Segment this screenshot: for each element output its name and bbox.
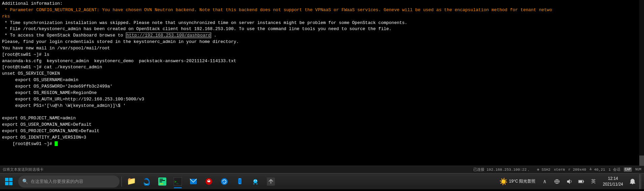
weather-icon: ☀️ bbox=[499, 177, 508, 186]
svg-point-21 bbox=[256, 180, 256, 181]
taskbar-mail[interactable] bbox=[186, 174, 201, 189]
tray-ime[interactable]: 英 bbox=[588, 174, 599, 189]
svg-rect-8 bbox=[160, 184, 163, 184]
taskbar: 🔍 📁 >_ bbox=[0, 173, 644, 189]
send-text-label: 仅将文本发送到前选项卡 bbox=[3, 168, 44, 172]
connection-status: 已连接 192.168.253.100:22， bbox=[473, 167, 530, 172]
search-icon: 🔍 bbox=[22, 178, 28, 184]
taskbar-securecrt[interactable]: >_ bbox=[170, 174, 185, 189]
dimensions-label: r 209x40 bbox=[568, 168, 586, 172]
taskbar-arrow-app[interactable] bbox=[263, 174, 278, 189]
term-line: export OS_PROJECT_NAME=admin bbox=[2, 115, 642, 122]
scrollbar-thumb[interactable] bbox=[639, 156, 644, 166]
term-line: export OS_USERNAME=admin bbox=[2, 77, 642, 83]
redhat-icon bbox=[205, 177, 213, 186]
terminal-scrollbar[interactable] bbox=[639, 0, 644, 166]
start-button[interactable] bbox=[1, 174, 16, 189]
notification-button[interactable] bbox=[627, 174, 638, 189]
term-line: [root@tsw01 ~]# bbox=[2, 141, 642, 147]
svg-rect-0 bbox=[5, 178, 8, 181]
tray-battery[interactable] bbox=[576, 174, 587, 189]
file-explorer-icon: 📁 bbox=[127, 177, 136, 186]
volume-icon bbox=[566, 178, 572, 185]
term-line: anaconda-ks.cfg keystonerc_admin keyston… bbox=[2, 58, 642, 65]
terminal-window[interactable]: Additional information: * Parameter CONF… bbox=[0, 0, 644, 166]
qq-icon bbox=[251, 177, 259, 186]
svg-marker-25 bbox=[567, 179, 570, 184]
taskbar-yourphone[interactable] bbox=[232, 174, 247, 189]
svg-point-13 bbox=[221, 178, 228, 185]
cursor bbox=[55, 141, 58, 146]
system-tray: ☀️ 19°C 阳光普照 ∧ bbox=[497, 174, 643, 189]
phone-icon bbox=[236, 177, 244, 186]
term-line: [root@tsw01 ~]# ls bbox=[2, 52, 642, 58]
connection-text: 已连接 192.168.253.100:22， bbox=[473, 168, 530, 172]
clock-date: 2021/11/24 bbox=[603, 182, 623, 187]
status-left: 仅将文本发送到前选项卡 bbox=[3, 167, 473, 172]
battery-icon bbox=[578, 178, 584, 185]
svg-point-17 bbox=[253, 179, 257, 183]
notification-icon bbox=[629, 178, 636, 185]
taskbar-edge2[interactable] bbox=[217, 174, 232, 189]
svg-rect-7 bbox=[160, 182, 162, 182]
term-line: * Time synchronization installation was … bbox=[2, 20, 642, 26]
term-line: [root@tsw01 ~]# cat ./keystonerc_admin bbox=[2, 64, 642, 71]
terminal-type-label: xterm bbox=[554, 168, 565, 172]
weather-area[interactable]: ☀️ 19°C 阳光普照 bbox=[497, 174, 538, 189]
term-line: * To access the OpenStack Dashboard brow… bbox=[2, 32, 642, 39]
term-line: export OS_REGION_NAME=RegionOne bbox=[2, 90, 642, 96]
term-line bbox=[2, 109, 642, 115]
clock-time: 12:14 bbox=[608, 176, 618, 182]
svg-rect-28 bbox=[579, 181, 582, 183]
network-icon bbox=[554, 178, 560, 185]
edge2-icon bbox=[220, 177, 228, 186]
ime-icon: 英 bbox=[591, 178, 596, 185]
svg-point-20 bbox=[254, 180, 254, 181]
mail-icon bbox=[189, 177, 197, 186]
term-line: Please, find your login credentials stor… bbox=[2, 39, 642, 45]
windows-icon bbox=[5, 177, 13, 186]
cap-badge: CAP bbox=[624, 167, 632, 172]
svg-rect-6 bbox=[160, 180, 165, 181]
weather-temp: 19°C bbox=[509, 179, 518, 184]
arrow-app-icon bbox=[267, 177, 275, 186]
term-line: export OS_PROJECT_DOMAIN_NAME=Default bbox=[2, 128, 642, 135]
term-line: unset OS_SERVICE_TOKEN bbox=[2, 71, 642, 77]
svg-rect-4 bbox=[158, 177, 166, 186]
taskbar-pycharm[interactable] bbox=[155, 174, 170, 189]
clock-area[interactable]: 12:14 2021/11/24 bbox=[600, 174, 626, 189]
svg-text:>_: >_ bbox=[174, 180, 179, 184]
svg-rect-5 bbox=[160, 179, 163, 180]
protocol-label: ⊕ SSH2 bbox=[537, 167, 551, 172]
term-line: export OS_AUTH_URL=http://192.168.253.10… bbox=[2, 96, 642, 103]
weather-desc: 阳光普照 bbox=[519, 179, 535, 184]
num-badge: NUM bbox=[635, 168, 641, 171]
search-input[interactable] bbox=[31, 179, 105, 184]
session-count-label: 1 会话 bbox=[609, 167, 620, 172]
taskbar-file-explorer[interactable]: 📁 bbox=[124, 174, 139, 189]
edge-icon bbox=[143, 177, 151, 186]
term-line: export OS_USER_DOMAIN_NAME=Default bbox=[2, 122, 642, 128]
term-line: export OS_IDENTITY_API_VERSION=3 bbox=[2, 135, 642, 141]
search-bar[interactable]: 🔍 bbox=[18, 175, 119, 188]
term-line: rks bbox=[2, 14, 642, 20]
tray-network[interactable] bbox=[552, 174, 562, 189]
tray-chevron[interactable]: ∧ bbox=[539, 174, 550, 189]
dashboard-link[interactable]: http://192.168.253.100/dashboard bbox=[126, 32, 212, 38]
show-desktop-button[interactable] bbox=[639, 174, 641, 189]
svg-rect-2 bbox=[5, 182, 8, 185]
chevron-up-icon: ∧ bbox=[543, 178, 547, 185]
taskbar-redhat[interactable] bbox=[201, 174, 216, 189]
taskbar-qq[interactable] bbox=[248, 174, 263, 189]
term-line: * Parameter CONFIG_NEUTRON_L2_AGENT: You… bbox=[2, 7, 642, 14]
svg-rect-1 bbox=[9, 178, 12, 181]
svg-rect-27 bbox=[583, 181, 584, 182]
term-line: export OS_PASSWORD='2ede69ffb3c2499a' bbox=[2, 83, 642, 90]
pycharm-icon bbox=[158, 177, 166, 186]
svg-rect-15 bbox=[239, 178, 241, 179]
securecrt-icon: >_ bbox=[174, 177, 182, 186]
term-line: export PS1='[\u@\h \W(keystone_admin)]\$… bbox=[2, 103, 642, 109]
term-line: You have new mail in /var/spool/mail/roo… bbox=[2, 45, 642, 52]
taskbar-edge[interactable] bbox=[139, 174, 154, 189]
tray-volume[interactable] bbox=[564, 174, 575, 189]
